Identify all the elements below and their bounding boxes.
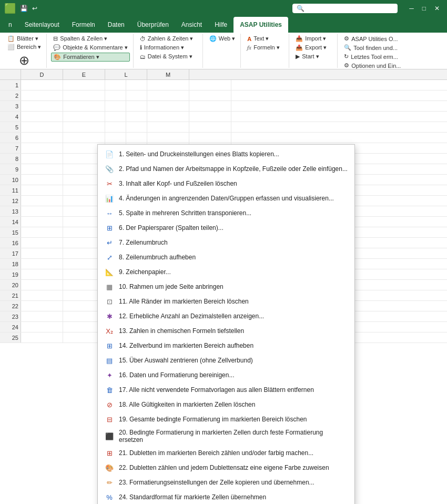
cell[interactable] (21, 206, 63, 216)
cell[interactable] (21, 280, 63, 290)
cell[interactable] (21, 164, 63, 174)
cell[interactable] (147, 122, 189, 132)
list-item[interactable]: ✂ 3. Inhalt aller Kopf- und Fußzeilen lö… (98, 176, 354, 191)
cell[interactable] (21, 154, 63, 164)
list-item[interactable]: ✦ 16. Daten und Formatierung bereinigen.… (98, 368, 354, 382)
cell[interactable] (21, 311, 63, 321)
cell[interactable] (63, 133, 105, 143)
list-item[interactable]: 🗑 17. Alle nicht verwendete Formatvorlag… (98, 382, 354, 397)
table-row[interactable]: 3 (0, 101, 447, 112)
list-item[interactable]: ↔ 5. Spalte in mehreren Schritten transp… (98, 206, 354, 220)
cell[interactable] (21, 301, 63, 311)
list-item[interactable]: X₂ 13. Zahlen in chemischen Formeln tief… (98, 324, 354, 338)
list-item[interactable]: % 24. Standardformat für markierte Zelle… (98, 490, 354, 504)
list-item[interactable]: ▤ 15. Über Auswahl zentrieren (ohne Zell… (98, 353, 354, 368)
cell[interactable] (21, 332, 63, 342)
btn-bereich[interactable]: ⬜ Bereich ▾ (5, 43, 43, 51)
cell[interactable] (63, 90, 105, 100)
tab-seitenlayout[interactable]: Seitenlayout (18, 17, 66, 33)
cell[interactable] (21, 143, 63, 153)
cell[interactable] (189, 90, 231, 100)
cell[interactable] (105, 133, 126, 143)
btn-optionen[interactable]: ⚙ Optionen und Ein... (342, 62, 403, 69)
list-item[interactable]: ✏ 23. Formatierungseinstellungen der Zel… (98, 475, 354, 490)
list-item[interactable]: 📎 2. Pfad und Namen der Arbeitsmappe in … (98, 162, 354, 176)
search-box[interactable]: 🔍 (292, 4, 398, 13)
tab-ansicht[interactable]: Ansicht (175, 17, 208, 33)
btn-text[interactable]: A Text ▾ (245, 35, 286, 43)
btn-informationen[interactable]: ℹ Informationen ▾ (138, 44, 199, 52)
col-header-d[interactable]: D (21, 69, 63, 79)
list-item[interactable]: ✱ 12. Erhebliche Anzahl an Dezimalstelle… (98, 309, 354, 324)
cell[interactable] (126, 90, 147, 100)
list-item[interactable]: ▦ 10. Rahmen um jede Seite anbringen (98, 279, 354, 294)
cell[interactable] (21, 133, 63, 143)
cell[interactable] (21, 90, 63, 100)
cell[interactable] (21, 238, 63, 248)
cell[interactable] (147, 133, 189, 143)
cell[interactable] (189, 112, 231, 122)
table-row[interactable]: 4 (0, 112, 447, 122)
list-item[interactable]: ⊞ 6. Der Papiersparer (Spalten teilen)..… (98, 220, 354, 235)
list-item[interactable]: ⬛ 20. Bedingte Formatierung in markierte… (98, 427, 354, 446)
col-header-l[interactable]: L (105, 69, 147, 79)
tab-daten[interactable]: Daten (101, 17, 131, 33)
list-item[interactable]: 📄 1. Seiten- und Druckeinstellungen eine… (98, 147, 354, 162)
table-row[interactable]: 2 (0, 90, 447, 101)
cell[interactable] (21, 269, 63, 279)
cell[interactable] (147, 90, 189, 100)
cell[interactable] (105, 90, 126, 100)
table-row[interactable]: 5 (0, 122, 447, 133)
list-item[interactable]: ⊞ 21. Dubletten im markierten Bereich zä… (98, 446, 354, 460)
cell[interactable] (189, 101, 231, 111)
list-item[interactable]: ↵ 7. Zeilenumbruch (98, 235, 354, 250)
list-item[interactable]: 🎨 22. Dubletten zählen und jedem Dublett… (98, 460, 354, 475)
cell[interactable] (21, 175, 63, 185)
cell[interactable] (126, 112, 147, 122)
cell[interactable] (126, 133, 147, 143)
tab-n[interactable]: n (2, 17, 18, 33)
cell[interactable] (21, 227, 63, 237)
cell[interactable] (21, 196, 63, 206)
tab-formeln[interactable]: Formeln (66, 17, 101, 33)
cell[interactable] (147, 112, 189, 122)
btn-asap-utilities-o[interactable]: ⚙ ASAP Utilities O... (342, 35, 403, 43)
cell[interactable] (105, 112, 126, 122)
list-item[interactable]: ⊘ 18. Alle Gültigkeiten in markierten Ze… (98, 397, 354, 412)
btn-objekte-kommentare[interactable]: 💬 Objekte & Kommentare ▾ (51, 44, 129, 52)
cell[interactable] (21, 122, 63, 132)
cell[interactable] (189, 133, 231, 143)
col-header-e[interactable]: E (63, 69, 105, 79)
cell[interactable] (21, 259, 63, 269)
cell[interactable] (63, 112, 105, 122)
cell[interactable] (21, 248, 63, 258)
cell[interactable] (189, 122, 231, 132)
tab-asap-utilities[interactable]: ASAP Utilities (233, 17, 288, 33)
cell[interactable] (21, 185, 63, 195)
btn-datei-system[interactable]: 🗂 Datei & System ▾ (138, 53, 199, 61)
cell[interactable] (63, 101, 105, 111)
cell[interactable] (147, 80, 189, 90)
cell[interactable] (147, 101, 189, 111)
list-item[interactable]: ⊞ 14. Zellverbund im markierten Bereich … (98, 338, 354, 353)
btn-web[interactable]: 🌐 Web ▾ (207, 35, 237, 43)
btn-start[interactable]: ▶ Start ▾ (293, 53, 334, 61)
col-header-m[interactable]: M (147, 69, 189, 79)
cell[interactable] (21, 101, 63, 111)
list-item[interactable]: ⊟ 19. Gesamte bedingte Formatierung im m… (98, 412, 354, 427)
list-item[interactable]: ⊡ 11. Alle Ränder im markierten Bereich … (98, 294, 354, 309)
quick-access-save[interactable]: 💾 (20, 5, 28, 12)
table-row[interactable]: 6 (0, 133, 447, 143)
close-button[interactable]: ✕ (431, 5, 443, 12)
cell[interactable] (63, 122, 105, 132)
tab-hilfe[interactable]: Hilfe (208, 17, 233, 33)
cell[interactable] (189, 80, 231, 90)
btn-import[interactable]: 📥 Import ▾ (293, 35, 334, 43)
cell[interactable] (105, 80, 126, 90)
cell[interactable] (21, 217, 63, 227)
btn-export[interactable]: 📤 Export ▾ (293, 44, 334, 52)
list-item[interactable]: ⤢ 8. Zeilenumbruch aufheben (98, 250, 354, 265)
quick-access-undo[interactable]: ↩ (32, 5, 37, 12)
btn-blaetter[interactable]: 📋 Blätter ▾ (5, 35, 43, 43)
cell[interactable] (21, 80, 63, 90)
